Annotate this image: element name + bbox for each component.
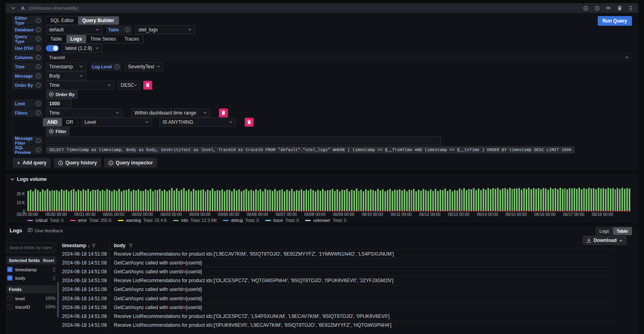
filter-field2-select[interactable]: Level xyxy=(81,118,152,127)
volume-bar[interactable] xyxy=(399,189,400,211)
volume-bar[interactable] xyxy=(533,188,535,211)
info-icon[interactable]: i xyxy=(36,83,41,88)
legend-label[interactable]: trace xyxy=(273,218,283,223)
log-row[interactable]: 2024-06-18 14:51:08GetCartAsync called w… xyxy=(61,294,614,303)
volume-bar[interactable] xyxy=(193,189,194,211)
volume-bar[interactable] xyxy=(106,189,108,211)
legend-label[interactable]: info xyxy=(181,218,188,223)
remove-filter-button[interactable] xyxy=(219,109,228,117)
volume-bar[interactable] xyxy=(293,191,295,211)
volume-bar[interactable] xyxy=(626,188,628,211)
volume-bar[interactable] xyxy=(178,191,180,211)
option-logs[interactable]: Logs xyxy=(596,227,613,235)
body-column-header[interactable]: body xyxy=(109,242,614,249)
info-icon[interactable]: i xyxy=(125,27,130,32)
volume-bar[interactable] xyxy=(246,189,247,211)
volume-bar[interactable] xyxy=(138,189,139,211)
record-icon[interactable] xyxy=(582,4,589,12)
volume-bar[interactable] xyxy=(583,188,585,211)
volume-bar[interactable] xyxy=(485,190,487,212)
volume-bar[interactable] xyxy=(111,191,113,211)
volume-bar[interactable] xyxy=(495,189,496,211)
volume-bar[interactable] xyxy=(80,191,82,211)
volume-bar[interactable] xyxy=(75,191,77,211)
volume-bar[interactable] xyxy=(241,191,242,211)
volume-bar[interactable] xyxy=(512,189,513,211)
query-history-button[interactable]: Query history xyxy=(54,158,101,168)
volume-bar[interactable] xyxy=(214,191,216,211)
volume-bar[interactable] xyxy=(183,188,185,211)
volume-bar[interactable] xyxy=(593,188,594,211)
volume-bar[interactable] xyxy=(221,189,223,211)
volume-bar[interactable] xyxy=(509,188,511,211)
checkbox-unchecked[interactable] xyxy=(7,296,12,301)
volume-bar[interactable] xyxy=(562,189,564,211)
volume-bar[interactable] xyxy=(569,188,570,211)
volume-bar[interactable] xyxy=(413,189,415,211)
logs-view-toggle[interactable]: LogsTable xyxy=(596,227,632,235)
volume-bar[interactable] xyxy=(468,189,470,211)
volume-bar[interactable] xyxy=(324,191,326,211)
volume-bar[interactable] xyxy=(181,190,182,211)
volume-bar[interactable] xyxy=(409,190,410,212)
volume-bar[interactable] xyxy=(380,191,381,211)
volume-bar[interactable] xyxy=(478,189,479,211)
volume-bar[interactable] xyxy=(63,191,65,211)
volume-bar[interactable] xyxy=(435,189,436,211)
volume-bar[interactable] xyxy=(274,189,276,211)
volume-bar[interactable] xyxy=(473,188,475,211)
volume-bar[interactable] xyxy=(463,188,465,211)
volume-bar[interactable] xyxy=(349,191,350,211)
volume-bar[interactable] xyxy=(615,189,616,211)
volume-bar[interactable] xyxy=(305,190,307,211)
volume-bar[interactable] xyxy=(116,191,118,211)
option-table[interactable]: Table xyxy=(46,35,66,43)
volume-bar[interactable] xyxy=(238,189,240,211)
info-icon[interactable]: i xyxy=(36,46,41,51)
use-otel-toggle[interactable]: ✓ xyxy=(46,45,59,51)
volume-bar[interactable] xyxy=(339,191,341,211)
volume-bar[interactable] xyxy=(346,189,348,211)
drag-handle-icon[interactable] xyxy=(627,4,634,12)
volume-bar[interactable] xyxy=(188,189,190,211)
info-icon[interactable]: i xyxy=(115,64,120,69)
log-row[interactable]: 2024-06-18 14:51:08GetCartAsync called w… xyxy=(61,285,614,294)
editor-type-group[interactable]: SQL EditorQuery Builder xyxy=(46,16,119,25)
table-select[interactable]: otel_logs xyxy=(135,25,195,34)
volume-bar[interactable] xyxy=(624,189,625,211)
log-row[interactable]: 2024-06-18 14:51:08Receive ListRecommend… xyxy=(61,276,614,285)
volume-bar[interactable] xyxy=(35,189,36,211)
volume-bar[interactable] xyxy=(363,191,364,211)
volume-bar[interactable] xyxy=(600,189,602,211)
volume-bar[interactable] xyxy=(176,189,178,211)
volume-bar[interactable] xyxy=(49,191,51,211)
volume-bar[interactable] xyxy=(356,189,357,211)
volume-bar[interactable] xyxy=(272,191,273,211)
volume-bar[interactable] xyxy=(471,189,472,211)
volume-bar[interactable] xyxy=(118,189,120,211)
option-table[interactable]: Table xyxy=(613,227,632,235)
volume-bar[interactable] xyxy=(588,188,590,211)
volume-bar[interactable] xyxy=(224,191,225,211)
volume-bar[interactable] xyxy=(317,190,319,212)
volume-bar[interactable] xyxy=(535,189,537,211)
otel-version-select[interactable]: latest (1.2.9) xyxy=(62,44,102,53)
collapse-chevron-icon[interactable] xyxy=(10,4,17,12)
volume-bar[interactable] xyxy=(576,189,578,211)
volume-bar[interactable] xyxy=(559,188,561,211)
volume-bar[interactable] xyxy=(514,189,515,211)
volume-bar[interactable] xyxy=(310,189,312,211)
volume-bar[interactable] xyxy=(552,189,554,211)
volume-bar[interactable] xyxy=(483,189,484,211)
volume-bar[interactable] xyxy=(336,189,338,211)
volume-bar[interactable] xyxy=(322,189,324,211)
volume-bar[interactable] xyxy=(320,191,321,211)
volume-bar[interactable] xyxy=(375,191,376,211)
volume-bar[interactable] xyxy=(61,189,62,211)
option-traces[interactable]: Traces xyxy=(120,35,143,43)
option-query-builder[interactable]: Query Builder xyxy=(78,16,118,25)
volume-bar[interactable] xyxy=(444,189,446,211)
volume-bar[interactable] xyxy=(507,189,508,211)
option-sql-editor[interactable]: SQL Editor xyxy=(46,16,78,25)
checkbox-unchecked[interactable] xyxy=(7,304,12,309)
